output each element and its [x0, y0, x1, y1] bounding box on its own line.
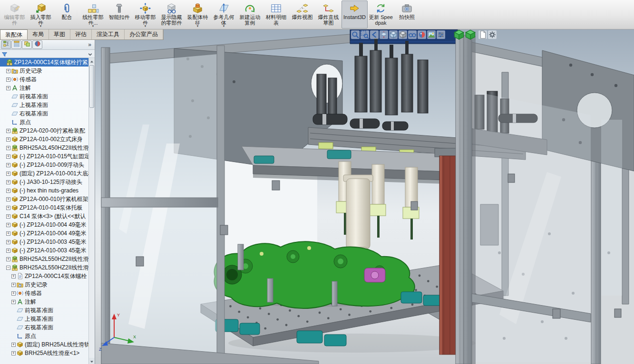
expander-plus-icon[interactable]: + [6, 240, 10, 244]
expander-plus-icon[interactable]: + [6, 223, 10, 227]
zoom-area-icon[interactable] [361, 30, 369, 39]
filter-chevron-icon[interactable] [87, 51, 93, 57]
section-view-icon[interactable] [380, 30, 388, 39]
page-icon[interactable] [478, 30, 487, 39]
ribbon-button-exploded-view[interactable]: 爆炸视图 [289, 0, 315, 29]
tree-item[interactable]: +BRH25A2L450HZ2II线性滑轨 [0, 144, 88, 152]
expander-plus-icon[interactable]: + [11, 343, 16, 347]
expander-plus-icon[interactable]: + [11, 274, 16, 278]
tab-evaluate[interactable]: 评估 [70, 29, 92, 39]
expander-minus-icon[interactable]: − [6, 266, 10, 270]
tab-sketch[interactable]: 草图 [49, 29, 70, 39]
ribbon-button-instant3d[interactable]: Instant3D [341, 0, 368, 29]
tree-item[interactable]: 右视基准面 [0, 109, 88, 118]
display-style-icon[interactable] [399, 30, 407, 39]
tree-item[interactable]: +传感器 [0, 75, 88, 84]
edit-appearance-icon[interactable] [418, 30, 426, 39]
ribbon-button-smart-fasteners[interactable]: 智能扣件 [106, 0, 132, 29]
tree-item[interactable]: +(固定) ZP12A-010-001大底板 [0, 169, 88, 178]
graphics-viewport[interactable]: Y X Z [95, 29, 634, 364]
tree-item[interactable]: 上视基准面 [0, 101, 88, 109]
displaymanager-tab[interactable] [32, 40, 42, 49]
expander-plus-icon[interactable]: + [6, 231, 10, 236]
tree-item[interactable]: 前视基准面 [0, 306, 88, 315]
scroll-thumb[interactable] [89, 65, 94, 108]
tree-item[interactable]: +ZP12A-010-014泵体托板 [0, 203, 88, 212]
ribbon-button-move-component[interactable]: 移动零部件▼ [132, 0, 158, 29]
panel-overflow-button[interactable]: » [86, 41, 94, 48]
tree-item[interactable]: +(固定) BRH25AL线性滑轨 [0, 340, 88, 349]
tree-item[interactable]: +BRH25A2L550HZ2II线性滑轨 [0, 255, 88, 263]
tree-scrollbar[interactable] [88, 58, 95, 364]
tree-item[interactable]: +历史记录 [0, 280, 88, 289]
scroll-down-button[interactable] [89, 358, 95, 364]
tree-item[interactable]: +ZP12A-020-00拧紧枪装配 [0, 126, 88, 135]
view-settings-icon[interactable] [437, 30, 445, 39]
tree-item[interactable]: +ZP12A-000C14泵体螺栓 [0, 272, 88, 280]
tree-item[interactable]: +注解 [0, 84, 88, 92]
tree-item[interactable]: +(-) JA30-10-125浮动接头 [0, 178, 88, 186]
hide-show-items-icon[interactable] [408, 30, 417, 39]
zoom-fit-icon[interactable] [351, 30, 360, 39]
tree-item[interactable]: 前视基准面 [0, 92, 88, 101]
green-cube-icon[interactable] [454, 29, 464, 40]
expander-plus-icon[interactable]: + [6, 86, 10, 90]
expander-plus-icon[interactable]: + [6, 172, 10, 176]
tree-item[interactable]: +(-) ZP12A-010-015气缸固定 [0, 152, 88, 161]
tree-item[interactable]: 原点 [0, 332, 88, 340]
tree-item[interactable]: +传感器 [0, 289, 88, 297]
expander-plus-icon[interactable]: + [11, 291, 16, 296]
ribbon-button-mate[interactable]: 配合 [54, 0, 80, 29]
tab-layout[interactable]: 布局 [28, 29, 49, 39]
tree-item[interactable]: +(-) ZP12A-010-004 49毫米 [0, 220, 88, 229]
tree-item[interactable]: +ZP12A-000-010拧紧机框架 [0, 195, 88, 203]
green-cube-icon[interactable] [465, 29, 476, 40]
featuremanager-tab[interactable] [1, 40, 11, 49]
expander-plus-icon[interactable]: + [6, 197, 10, 201]
expander-plus-icon[interactable]: + [11, 300, 16, 304]
tree-item[interactable]: +历史记录 [0, 67, 88, 75]
expander-plus-icon[interactable]: + [6, 154, 10, 159]
expander-plus-icon[interactable]: + [6, 206, 10, 210]
gear-icon[interactable] [488, 30, 497, 39]
expander-plus-icon[interactable]: + [6, 214, 10, 219]
tree-item[interactable]: +BRH25A线性滑座<1> [0, 349, 88, 357]
ribbon-button-reference-geometry[interactable]: 参考几何体▼ [211, 0, 237, 29]
expander-plus-icon[interactable]: + [6, 249, 10, 253]
view-orientation-icon[interactable] [389, 30, 398, 39]
ribbon-button-show-hidden-components[interactable]: 显示隐藏的零部件 [158, 0, 185, 29]
filter-funnel-icon[interactable] [1, 51, 8, 57]
tree-item[interactable]: +(-) hex thin nuts-grades [0, 186, 88, 195]
scroll-up-button[interactable] [89, 58, 95, 64]
expander-plus-icon[interactable]: + [11, 283, 16, 287]
tree-item[interactable]: +ZP12A-010-002立式床身 [0, 135, 88, 144]
tree-item[interactable]: ZP12A-000C14泵体螺栓拧紧 [0, 58, 88, 67]
expander-plus-icon[interactable]: + [11, 351, 16, 355]
ribbon-button-bill-of-materials[interactable]: 材料明细表 [263, 0, 289, 29]
ribbon-button-explode-line-sketch[interactable]: 爆炸直线草图 [315, 0, 341, 29]
expander-plus-icon[interactable]: + [6, 163, 10, 167]
tree-item[interactable]: 右视基准面 [0, 323, 88, 332]
tree-item[interactable]: +C14 泵体<3> (默认<<默认 [0, 212, 88, 220]
tree-item[interactable]: +(-) ZP12A-010-003 45毫米 [0, 238, 88, 246]
tree-item[interactable]: +(-) ZP12A-010-003 45毫米 [0, 246, 88, 255]
expander-plus-icon[interactable]: + [6, 137, 10, 142]
tree-item[interactable]: 上视基准面 [0, 315, 88, 323]
ribbon-button-insert-component[interactable]: 插入零部件▼ [28, 0, 54, 29]
previous-view-icon[interactable] [370, 30, 379, 39]
tab-render-tools[interactable]: 渲染工具 [92, 29, 125, 39]
expander-plus-icon[interactable]: + [6, 77, 10, 82]
tab-assembly[interactable]: 装配体 [0, 29, 28, 39]
apply-scene-icon[interactable] [427, 30, 436, 39]
tree-item[interactable]: +(-) ZP12A-010-004 49毫米 [0, 229, 88, 238]
expander-plus-icon[interactable]: + [6, 129, 10, 133]
tree-item[interactable]: +注解 [0, 297, 88, 306]
expander-plus-icon[interactable]: + [6, 189, 10, 193]
tree-item[interactable]: −BRH25A2L550HZ2II线性滑轨 [0, 263, 88, 272]
expander-plus-icon[interactable]: + [6, 180, 10, 184]
tab-office-products[interactable]: 办公室产品 [125, 29, 163, 39]
ribbon-button-linear-component-pattern[interactable]: 线性零部件...▼ [80, 0, 106, 29]
tree-item[interactable]: 原点 [0, 118, 88, 126]
expander-plus-icon[interactable]: + [6, 69, 10, 73]
expander-plus-icon[interactable]: + [6, 146, 10, 150]
